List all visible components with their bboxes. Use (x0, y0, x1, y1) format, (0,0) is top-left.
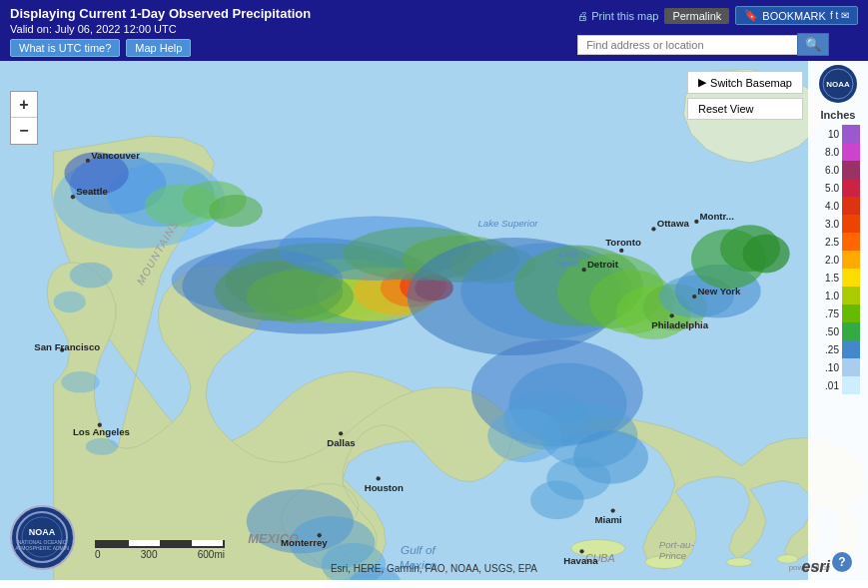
svg-text:Dallas: Dallas (327, 437, 355, 448)
bookmark-button[interactable]: 🔖 BOOKMARK f t ✉ (735, 6, 858, 25)
legend-value: 1.0 (813, 291, 839, 301)
social-icons: f t ✉ (830, 10, 849, 21)
legend-value: .25 (813, 344, 839, 355)
svg-text:Port-au-: Port-au- (659, 539, 694, 550)
svg-text:Lake: Lake (558, 249, 577, 259)
legend-row: 1.5 (813, 269, 863, 287)
header-title: Displaying Current 1-Day Observed Precip… (10, 6, 577, 21)
legend-value: .50 (813, 326, 839, 337)
svg-point-72 (339, 431, 343, 435)
legend-color-swatch (842, 125, 860, 143)
legend-color-swatch (842, 322, 860, 340)
legend-color-swatch (842, 304, 860, 322)
svg-text:Philadelphia: Philadelphia (651, 319, 708, 330)
map-controls-top: ▶ Switch Basemap Reset View (687, 71, 803, 120)
svg-text:Houston: Houston (365, 482, 404, 493)
svg-text:Montr...: Montr... (700, 211, 735, 222)
svg-text:ATMOSPHERIC ADMIN: ATMOSPHERIC ADMIN (15, 545, 69, 551)
svg-point-74 (377, 476, 381, 480)
legend-title: Inches (821, 109, 856, 121)
svg-text:Monterrey: Monterrey (281, 537, 328, 548)
attribution: Esri, HERE, Garmin, FAO, NOAA, USGS, EPA (331, 563, 537, 574)
legend-value: 1.5 (813, 273, 839, 284)
help-button[interactable]: ? (832, 552, 852, 572)
legend-color-swatch (842, 215, 860, 233)
legend-color-swatch (842, 269, 860, 287)
print-link[interactable]: 🖨 Print this map (577, 10, 658, 22)
legend-row: .10 (813, 358, 863, 376)
bookmark-icon: 🔖 (744, 9, 758, 22)
svg-point-11 (209, 195, 263, 227)
svg-text:Detroit: Detroit (587, 259, 619, 270)
legend-value: 8.0 (813, 147, 839, 158)
svg-point-52 (70, 263, 113, 289)
legend-row: 2.5 (813, 233, 863, 251)
legend-row: 2.0 (813, 251, 863, 269)
legend-row: 1.0 (813, 287, 863, 304)
map-container: Gulf of Mexico Lake Superior Lake Huron … (0, 61, 868, 580)
scale-segment-3 (160, 540, 192, 546)
svg-point-66 (71, 195, 75, 199)
utc-time-button[interactable]: What is UTC time? (10, 39, 120, 57)
zoom-in-button[interactable]: + (11, 92, 37, 118)
svg-point-104 (17, 512, 67, 562)
svg-point-4 (777, 555, 798, 564)
svg-point-53 (54, 292, 86, 312)
scale-segment-1 (97, 540, 129, 546)
legend-value: 2.5 (813, 237, 839, 248)
svg-text:Seattle: Seattle (76, 186, 108, 197)
legend-color-swatch (842, 143, 860, 161)
legend-value: .75 (813, 308, 839, 319)
svg-point-94 (611, 508, 615, 512)
search-button[interactable]: 🔍 (797, 33, 829, 56)
esri-logo: esri (802, 558, 830, 576)
legend-row: 8.0 (813, 143, 863, 161)
permalink-button[interactable]: Permalink (664, 8, 729, 24)
legend-row: .75 (813, 304, 863, 322)
legend-row: .25 (813, 340, 863, 358)
print-icon: 🖨 (577, 10, 588, 22)
scale-label-300: 300 (141, 549, 158, 560)
header: Displaying Current 1-Day Observed Precip… (0, 0, 868, 61)
svg-text:NOAA: NOAA (29, 527, 56, 537)
scale-label-600: 600mi (198, 549, 225, 560)
svg-point-46 (742, 235, 789, 274)
legend-color-swatch (842, 179, 860, 197)
switch-basemap-button[interactable]: ▶ Switch Basemap (687, 71, 803, 94)
svg-point-92 (692, 294, 696, 298)
search-row: 🔍 (577, 33, 829, 56)
svg-point-88 (694, 220, 698, 224)
header-buttons: What is UTC time? Map Help (10, 39, 577, 57)
noaa-logo-bottom: NOAA NATIONAL OCEANIC ATMOSPHERIC ADMIN (10, 505, 75, 570)
reset-view-button[interactable]: Reset View (687, 98, 803, 120)
svg-text:Gulf of: Gulf of (401, 543, 436, 557)
legend-value: .10 (813, 362, 839, 373)
noaa-logo-legend: NOAA (819, 65, 857, 103)
legend-value: 5.0 (813, 183, 839, 194)
svg-point-54 (61, 371, 100, 392)
legend-color-swatch (842, 233, 860, 251)
svg-text:Ottawa: Ottawa (657, 218, 690, 229)
svg-point-84 (651, 227, 655, 231)
zoom-out-button[interactable]: − (11, 118, 37, 144)
legend-value: .01 (813, 380, 839, 391)
svg-text:Huron: Huron (556, 259, 580, 269)
legend-color-swatch (842, 161, 860, 179)
svg-point-64 (86, 159, 90, 163)
svg-text:Los Angeles: Los Angeles (73, 426, 130, 437)
legend-color-swatch (842, 251, 860, 269)
legend-value: 3.0 (813, 219, 839, 230)
scale-bar: 0 300 600mi (95, 540, 225, 560)
svg-point-43 (530, 481, 584, 520)
legend-color-swatch (842, 287, 860, 304)
svg-text:Miami: Miami (594, 514, 621, 525)
map-help-button[interactable]: Map Help (126, 39, 191, 57)
svg-text:New York: New York (697, 286, 741, 296)
header-valid: Valid on: July 06, 2022 12:00 UTC (10, 23, 577, 35)
legend: NOAA Inches 108.06.05.04.03.02.52.01.51.… (808, 61, 868, 580)
legend-color-swatch (842, 358, 860, 376)
svg-text:Prince: Prince (659, 550, 686, 561)
search-input[interactable] (577, 35, 797, 55)
legend-color-swatch (842, 197, 860, 215)
legend-row: 4.0 (813, 197, 863, 215)
